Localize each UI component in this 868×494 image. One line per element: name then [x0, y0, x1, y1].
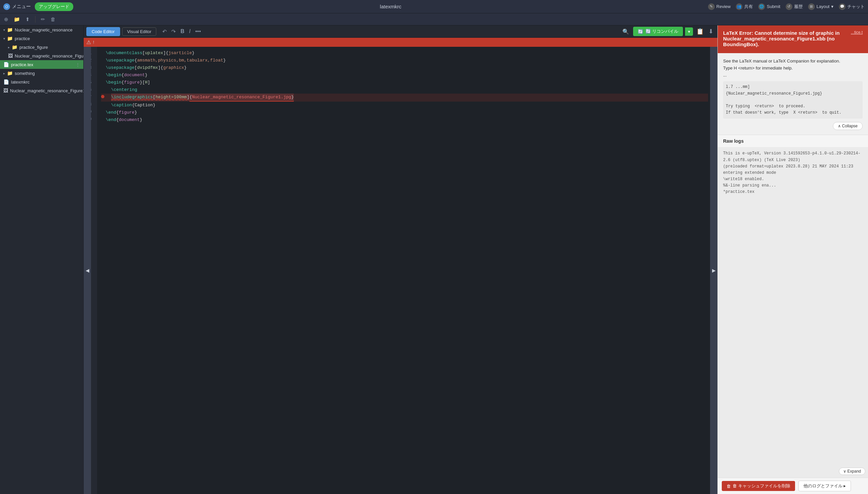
logo-area[interactable]: O メニュー — [3, 3, 31, 10]
review-icon: ✎ — [708, 3, 715, 10]
raw-logs-content[interactable]: This is e-upTeX, Version 3.141592653-p4.… — [718, 147, 868, 478]
error-detail: See the LaTeX manual or LaTeX Companion … — [718, 53, 868, 135]
recompile-dropdown-button[interactable]: ▾ — [685, 27, 693, 36]
editor-toolbar: Code Editor Visual Editor ↶ ↷ B I ••• 🔍 … — [84, 25, 718, 38]
edit-icon[interactable]: ✏ — [39, 15, 47, 24]
error-detail-text: See the LaTeX manual or LaTeX Companion … — [723, 58, 863, 79]
sidebar-item-label: Nuclear_magnetic_resonance_Figure1.jpg — [15, 54, 84, 58]
recompile-icon: 🔄 — [638, 29, 643, 34]
new-file-icon[interactable]: ⊕ — [3, 15, 10, 24]
folder-icon: 📁 — [7, 71, 13, 76]
more-options-icon[interactable]: ⋮ — [76, 62, 80, 67]
raw-logs-text: This is e-upTeX, Version 3.141592653-p4.… — [723, 151, 860, 194]
code-editor[interactable]: ◀ 1 2 3 4 5 6 7 8 9 10 \documentclass[up… — [84, 47, 718, 494]
menu-label[interactable]: メニュー — [12, 4, 31, 10]
upload-icon[interactable]: ⬆ — [24, 15, 31, 24]
history-icon: ↺ — [786, 3, 792, 10]
share-icon: 👥 — [736, 3, 742, 10]
folder-icon[interactable]: 📁 — [12, 15, 21, 24]
collapse-button[interactable]: ∧ Collapse — [833, 122, 863, 130]
error-source-link[interactable]: ...tice.t — [851, 30, 863, 35]
more-options-button[interactable]: ••• — [194, 28, 202, 35]
sidebar-item-nmr-figure-jpg-root[interactable]: 🖼 Nuclear_magnetic_resonance_Figure1.jpg — [0, 86, 83, 95]
sidebar-item-practice-figure[interactable]: ▸ 📁 practice_figure — [0, 43, 83, 52]
raw-logs-header: Raw logs — [718, 135, 868, 147]
sidebar-item-label: Nuclear_magnetic_resonance — [15, 27, 73, 33]
folder-icon: 📁 — [12, 44, 17, 50]
upgrade-button[interactable]: アップグレード — [35, 2, 73, 11]
sidebar-item-label: practice.tex — [11, 62, 33, 67]
code-line-7: \includegraphics[height=100mm]{Nuclear_m… — [101, 94, 708, 101]
submit-label: Submit — [766, 4, 780, 9]
code-line-6: \centering — [101, 86, 708, 94]
sidebar-item-practice-tex[interactable]: 📄 practice.tex ⋮ — [0, 60, 83, 69]
right-panel: LaTeX Error: Cannot determine size of gr… — [718, 25, 868, 494]
code-editor-tab[interactable]: Code Editor — [86, 27, 120, 36]
recompile-label: 🔄 リコンパイル — [646, 28, 678, 34]
submit-action[interactable]: 🌐 Submit — [758, 3, 780, 10]
layout-action[interactable]: ⊞ Layout ▾ — [808, 3, 834, 10]
review-action[interactable]: ✎ Review — [708, 3, 731, 10]
error-title: LaTeX Error: Cannot determine size of gr… — [723, 30, 851, 47]
editor-actions: ↶ ↷ B I ••• — [161, 28, 202, 35]
code-line-4: \begin{document} — [101, 72, 708, 79]
undo-button[interactable]: ↶ — [161, 28, 168, 35]
image-file-icon: 🖼 — [3, 88, 8, 93]
download-button[interactable]: ⬇ — [707, 27, 715, 36]
code-line-8: \caption{Caption} — [101, 101, 708, 109]
warning-icon: ⚠ — [86, 39, 91, 45]
sidebar-item-label: practice_figure — [19, 45, 48, 50]
bold-button[interactable]: B — [179, 28, 186, 35]
sidebar-item-label: Nuclear_magnetic_resonance_Figure1.jpg — [10, 88, 84, 93]
raw-logs-section: Raw logs This is e-upTeX, Version 3.1415… — [718, 135, 868, 478]
code-line-3: \usepackage[dvipdfmx]{graphicx} — [101, 64, 708, 72]
code-lines[interactable]: \documentclass[uplatex]{jsarticle} \usep… — [97, 47, 712, 494]
chat-label: チャット — [847, 4, 865, 10]
image-file-icon: 🖼 — [8, 53, 13, 58]
submit-icon: 🌐 — [758, 3, 765, 10]
code-line-2: \usepackage{amsmath,physics,bm,tabularx,… — [101, 57, 708, 64]
search-button[interactable]: 🔍 — [620, 28, 631, 35]
other-logs-button[interactable]: 他のログとファイル ▸ — [798, 481, 851, 491]
layout-chevron-icon: ▾ — [831, 4, 834, 9]
sidebar-item-something-folder[interactable]: ▸ 📁 something — [0, 69, 83, 78]
share-action[interactable]: 👥 共有 — [736, 3, 753, 10]
chevron-down-icon: ▾ — [3, 37, 5, 40]
sidebar-item-label: latexmkrc — [11, 79, 30, 84]
history-action[interactable]: ↺ 履歴 — [786, 3, 803, 10]
sidebar-item-practice-folder[interactable]: ▾ 📁 practice — [0, 34, 83, 43]
layout-label: Layout — [816, 4, 830, 9]
sidebar-item-latexmkrc[interactable]: 📄 latexmkrc — [0, 78, 83, 86]
redo-button[interactable]: ↷ — [170, 28, 177, 35]
sidebar-item-nmr-folder[interactable]: ▾ 📁 Nuclear_magnetic_resonance — [0, 25, 83, 34]
folder-icon: 📁 — [7, 36, 13, 41]
italic-button[interactable]: I — [188, 28, 192, 35]
file-icon: 📄 — [3, 79, 9, 84]
history-label: 履歴 — [794, 4, 803, 10]
trash-icon: 🗑 — [726, 483, 731, 489]
sidebar-item-label: something — [15, 71, 35, 76]
recompile-button[interactable]: 🔄 🔄 リコンパイル — [633, 27, 683, 36]
share-label: 共有 — [744, 4, 753, 10]
code-line-5: \begin{figure}[H] — [101, 79, 708, 86]
code-line-9: \end{figure} — [101, 109, 708, 116]
error-box: LaTeX Error: Cannot determine size of gr… — [718, 25, 868, 53]
editor-area: Code Editor Visual Editor ↶ ↷ B I ••• 🔍 … — [84, 25, 718, 494]
editor-nav-left[interactable]: ◀ — [84, 47, 91, 494]
error-alert-bar: ⚠ ! — [84, 38, 718, 47]
expand-button[interactable]: ∨ Expand — [839, 468, 865, 475]
visual-editor-tab[interactable]: Visual Editor — [122, 27, 157, 36]
app-logo-icon: O — [3, 3, 10, 10]
editor-nav-right[interactable]: ▶ — [710, 47, 718, 494]
delete-cache-button[interactable]: 🗑 🗑 キャッシュファイルを削除 — [722, 481, 795, 491]
toolbar-separator — [35, 16, 35, 23]
tex-file-icon: 📄 — [3, 62, 9, 67]
delete-icon[interactable]: 🗑 — [49, 15, 57, 23]
copy-document-button[interactable]: 📋 — [695, 27, 705, 36]
chat-action[interactable]: 💬 チャット — [839, 3, 865, 10]
sidebar-item-label: practice — [15, 36, 30, 41]
error-detail-pre: l.7 ...mm] {Nuclear_magnetic_resonance_F… — [723, 81, 863, 119]
code-line-10: \end{document} — [101, 116, 708, 124]
review-label: Review — [717, 4, 731, 9]
sidebar-item-nmr-figure-jpg[interactable]: 🖼 Nuclear_magnetic_resonance_Figure1.jpg — [0, 52, 83, 60]
